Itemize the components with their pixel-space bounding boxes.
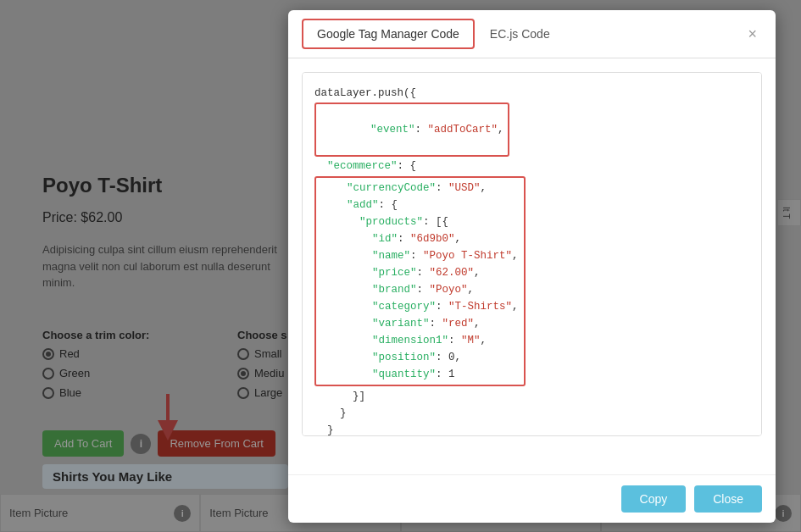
modal-tabs: Google Tag Manager Code EC.js Code [302, 19, 565, 49]
modal-header: Google Tag Manager Code EC.js Code × [288, 10, 776, 58]
code-block: dataLayer.push({ "event": "addToCart", "… [302, 72, 762, 436]
close-modal-button[interactable]: Close [694, 485, 762, 513]
code-close2: } [314, 405, 749, 422]
code-price: "price": "62.00", [321, 264, 519, 281]
code-category: "category": "T-Shirts", [321, 298, 519, 315]
tab-google-tag-manager[interactable]: Google Tag Manager Code [302, 19, 475, 49]
code-line-ecommerce: "ecommerce": { [314, 158, 749, 175]
modal-close-button[interactable]: × [743, 25, 762, 43]
code-dimension: "dimension1": "M", [321, 332, 519, 349]
code-highlight-block: "currencyCode": "USD", "add": { "product… [314, 176, 526, 386]
code-line-event: "event": "addToCart", [314, 103, 509, 157]
code-id: "id": "6d9b0", [321, 230, 519, 247]
modal-footer: Copy Close [288, 474, 776, 523]
code-name: "name": "Poyo T-Shirt", [321, 247, 519, 264]
code-currency: "currencyCode": "USD", [321, 180, 519, 197]
code-brand: "brand": "Poyo", [321, 281, 519, 298]
code-add: "add": { [321, 197, 519, 213]
copy-button[interactable]: Copy [621, 485, 687, 513]
modal-body: dataLayer.push({ "event": "addToCart", "… [288, 58, 776, 474]
code-position: "position": 0, [321, 349, 519, 366]
code-quantity: "quantity": 1 [321, 366, 519, 383]
code-close1: }] [314, 388, 749, 405]
code-close3: } [314, 422, 749, 436]
code-line-1: dataLayer.push({ [314, 85, 749, 102]
modal-dialog: Google Tag Manager Code EC.js Code × dat… [288, 10, 776, 523]
tab-ec-js[interactable]: EC.js Code [475, 19, 565, 49]
code-variant: "variant": "red", [321, 315, 519, 332]
code-products: "products": [{ [321, 213, 519, 230]
